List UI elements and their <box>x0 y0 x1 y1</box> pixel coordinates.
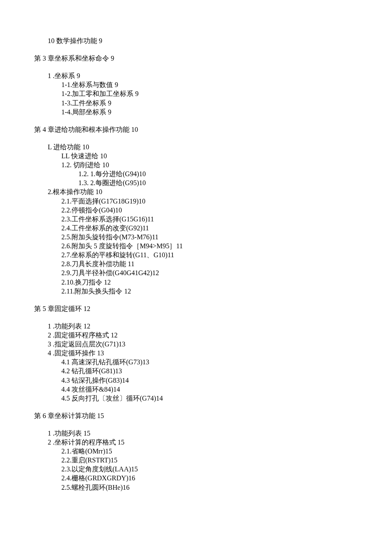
toc-line: 2.1.平面选择(G17G18G19)10 <box>61 197 392 206</box>
toc-line: 2.5.螺栓孔圆环(BHe)16 <box>61 483 392 492</box>
toc-line: 2.11.附加头换头指令 12 <box>61 287 392 296</box>
toc-line: 2.3.以定角度划线(LAA)15 <box>61 465 392 474</box>
toc-line: 3 .指定返回点层次(G71)13 <box>48 340 392 349</box>
toc-line: 4 .固定循环操作 13 <box>48 349 392 357</box>
toc-line: 2.2.停顿指令(G04)10 <box>61 206 392 215</box>
toc-line: 1 .功能列表 15 <box>48 429 392 438</box>
toc-line: 第 6 章坐标计算功能 15 <box>34 411 392 420</box>
toc-line: 2.10.换刀指令 12 <box>61 278 392 287</box>
toc-line: 2.根本操作功能 10 <box>48 187 392 196</box>
toc-line: 2.6.附加头 5 度旋转指令［M94>M95］11 <box>61 241 392 250</box>
toc-line: LL 快速进给 10 <box>61 151 392 160</box>
toc-line: 2.2.重启(RSTRT)15 <box>61 456 392 465</box>
toc-line: 4.2 钻孔循环(G81)13 <box>61 366 392 375</box>
toc-line: 2.7.坐标系的平移和旋转(G11、G10)11 <box>61 250 392 259</box>
toc-line: 1.2. 1.每分进给(G94)10 <box>78 169 392 178</box>
toc-line: 1.2. 切削进给 10 <box>61 160 392 169</box>
toc-line: 2.9.刀具半径补偿(G40G41G42)12 <box>61 268 392 277</box>
toc-line: 2.3.工件坐标系选择(G15G16)11 <box>61 215 392 224</box>
toc-line: 4.1 高速深孔钻孔循环(G73)13 <box>61 357 392 366</box>
toc-line: 1-4.局部坐标系 9 <box>61 108 392 116</box>
toc-line: 10 数学操作功能 9 <box>48 36 392 45</box>
toc-line: 2 .坐标计算的程序格式 15 <box>48 438 392 447</box>
toc-line: 第 4 章进给功能和根本操作功能 10 <box>34 125 392 134</box>
toc-line: 1 .坐标系 9 <box>48 71 392 80</box>
toc-line: 2.5.附加头旋转指令(M73-M76)11 <box>61 232 392 241</box>
toc-line: 1 .功能列表 12 <box>48 322 392 331</box>
toc-line: 2.4.工件坐标系的改变(G92)11 <box>61 224 392 232</box>
toc-line: 1.3. 2.每圈进给(G95)10 <box>78 178 392 187</box>
toc-line: 2 .固定循环程序格式 12 <box>48 331 392 340</box>
toc-line: 2.4.栅格(GRDXGRDY)16 <box>61 474 392 482</box>
toc-content: 10 数学操作功能 9第 3 章坐标系和坐标命令 91 .坐标系 91-1.坐标… <box>34 36 392 492</box>
toc-line: 第 3 章坐标系和坐标命令 9 <box>34 54 392 63</box>
toc-line: 2.1.省略(OMrr)15 <box>61 447 392 456</box>
toc-line: 4.3 钻深孔操作(G83)14 <box>61 376 392 385</box>
toc-line: L 进给功能 10 <box>48 142 392 151</box>
toc-line: 第 5 章固定循环 12 <box>34 304 392 313</box>
toc-line: 2.8.刀具长度补偿功能 11 <box>61 259 392 268</box>
toc-line: 1-1.坐标系与数值 9 <box>61 80 392 89</box>
toc-line: 4.5 反向打孔〔攻丝〕循环(G74)14 <box>61 394 392 403</box>
toc-line: 1-2.加工零和加工坐标系 9 <box>61 89 392 98</box>
toc-line: 1-3.工件坐标系 9 <box>61 99 392 108</box>
toc-line: 4.4 攻丝循环&84)14 <box>61 385 392 394</box>
